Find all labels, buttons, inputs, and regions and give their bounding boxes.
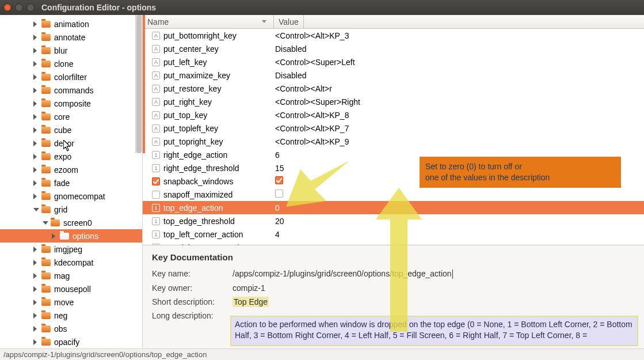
sidebar-item-label: obs: [54, 324, 67, 334]
chevron-right-icon[interactable]: [33, 114, 39, 120]
checkbox-icon[interactable]: [152, 191, 160, 199]
sidebar-item-composite[interactable]: composite: [0, 97, 142, 110]
sidebar-item-label: clone: [54, 59, 73, 69]
sidebar-item-label: options: [73, 232, 98, 241]
sidebar-item-neg[interactable]: neg: [0, 309, 142, 322]
close-icon[interactable]: [3, 3, 12, 12]
sidebar-item-label: core: [54, 112, 70, 122]
folder-icon: [41, 166, 51, 173]
chevron-right-icon[interactable]: [33, 141, 39, 146]
sidebar-tree[interactable]: animationannotateblurclonecolorfiltercom…: [0, 15, 143, 348]
sidebar-item-label: ezoom: [54, 165, 78, 175]
chevron-right-icon[interactable]: [33, 260, 39, 266]
sidebar-scrollbar[interactable]: [135, 15, 142, 153]
chevron-right-icon[interactable]: [33, 326, 39, 332]
sidebar-item-blur[interactable]: blur: [0, 44, 142, 57]
sidebar-item-commands[interactable]: commands: [0, 84, 142, 97]
checkbox-value[interactable]: [275, 176, 283, 184]
key-value[interactable]: <Control><Alt>KP_3: [273, 31, 349, 40]
table-row[interactable]: Aput_topleft_key<Control><Alt>KP_7: [143, 122, 644, 135]
sidebar-item-core[interactable]: core: [0, 110, 142, 123]
string-type-icon: A: [152, 45, 160, 53]
checkbox-icon[interactable]: [152, 177, 160, 185]
chevron-right-icon[interactable]: [33, 247, 39, 252]
sidebar-item-obs[interactable]: obs: [0, 322, 142, 335]
sidebar-item-grid[interactable]: grid: [0, 203, 142, 216]
key-name: put_right_key: [163, 97, 273, 107]
sidebar-item-cube[interactable]: cube: [0, 123, 142, 137]
sidebar-item-move[interactable]: move: [0, 295, 142, 309]
column-name[interactable]: Name: [143, 15, 274, 28]
chevron-right-icon[interactable]: [33, 339, 39, 345]
key-value[interactable]: Disabled: [273, 44, 306, 54]
chevron-right-icon[interactable]: [33, 101, 39, 107]
key-value[interactable]: 20: [273, 217, 284, 226]
chevron-right-icon[interactable]: [33, 194, 39, 199]
key-value[interactable]: <Control><Alt>r: [273, 84, 332, 93]
sidebar-item-colorfilter[interactable]: colorfilter: [0, 70, 142, 84]
chevron-right-icon[interactable]: [33, 313, 39, 319]
sidebar-item-imgjpeg[interactable]: imgjpeg: [0, 242, 142, 256]
chevron-right-icon[interactable]: [33, 286, 39, 292]
column-value[interactable]: Value: [274, 15, 304, 28]
table-row[interactable]: Aput_center_keyDisabled: [143, 42, 644, 55]
table-row[interactable]: Aput_topright_key<Control><Alt>KP_9: [143, 135, 644, 148]
chevron-right-icon[interactable]: [33, 74, 39, 80]
checkbox-value[interactable]: [275, 190, 283, 198]
key-value[interactable]: <Control><Alt>KP_7: [273, 124, 349, 133]
folder-icon: [41, 100, 51, 107]
chevron-right-icon[interactable]: [33, 127, 39, 133]
chevron-right-icon[interactable]: [33, 180, 39, 186]
sidebar-item-clone[interactable]: clone: [0, 57, 142, 70]
chevron-down-icon[interactable]: [33, 208, 39, 214]
table-row[interactable]: Aput_maximize_keyDisabled: [143, 69, 644, 82]
chevron-down-icon[interactable]: [43, 221, 48, 227]
longdesc-label: Long description:: [152, 311, 233, 320]
chevron-right-icon[interactable]: [33, 273, 39, 279]
key-value[interactable]: 15: [273, 164, 284, 173]
folder-icon: [41, 206, 51, 213]
maximize-icon[interactable]: [26, 3, 35, 12]
folder-icon: [41, 87, 51, 94]
chevron-right-icon[interactable]: [33, 88, 39, 93]
table-row[interactable]: Aput_bottomright_key<Control><Alt>KP_3: [143, 29, 644, 42]
chevron-right-icon[interactable]: [33, 35, 39, 40]
integer-type-icon: 1: [152, 217, 160, 225]
key-value[interactable]: <Control><Alt>KP_9: [273, 137, 349, 146]
sidebar-item-kdecompat[interactable]: kdecompat: [0, 256, 142, 269]
integer-type-icon: 1: [152, 164, 160, 172]
key-value[interactable]: Disabled: [273, 71, 306, 80]
chevron-right-icon[interactable]: [33, 61, 39, 67]
folder-icon: [51, 219, 60, 226]
table-header[interactable]: Name Value: [143, 15, 644, 29]
sidebar-item-animation[interactable]: animation: [0, 17, 142, 31]
chevron-right-icon[interactable]: [33, 154, 39, 160]
sidebar-item-options[interactable]: options: [0, 229, 142, 242]
table-row[interactable]: Aput_left_key<Control><Super>Left: [143, 55, 644, 69]
sidebar-item-ezoom[interactable]: ezoom: [0, 163, 142, 176]
chevron-right-icon[interactable]: [52, 233, 58, 239]
sidebar-item-screen0[interactable]: screen0: [0, 216, 142, 229]
key-value[interactable]: <Control><Alt>KP_8: [273, 111, 349, 120]
key-value[interactable]: <Control><Super>Left: [273, 58, 355, 67]
chevron-right-icon[interactable]: [33, 300, 39, 305]
sidebar-item-mag[interactable]: mag: [0, 269, 142, 282]
sidebar-item-fade[interactable]: fade: [0, 176, 142, 190]
sidebar-item-label: blur: [54, 46, 67, 55]
minimize-icon[interactable]: [15, 3, 23, 12]
sidebar-item-annotate[interactable]: annotate: [0, 31, 142, 44]
key-value[interactable]: 6: [273, 150, 280, 160]
table-row[interactable]: Aput_restore_key<Control><Alt>r: [143, 82, 644, 95]
chevron-right-icon[interactable]: [33, 48, 39, 54]
table-row[interactable]: Aput_top_key<Control><Alt>KP_8: [143, 108, 644, 122]
sidebar-item-mousepoll[interactable]: mousepoll: [0, 282, 142, 295]
key-value[interactable]: <Control><Super>Right: [273, 97, 360, 107]
sidebar-item-label: cube: [54, 126, 71, 135]
sidebar-item-gnomecompat[interactable]: gnomecompat: [0, 190, 142, 203]
chevron-right-icon[interactable]: [33, 21, 39, 27]
table-row[interactable]: Aput_right_key<Control><Super>Right: [143, 95, 644, 108]
sidebar-item-opacify[interactable]: opacify: [0, 335, 142, 348]
chevron-right-icon[interactable]: [33, 167, 39, 173]
key-value[interactable]: 0: [273, 203, 280, 213]
key-value[interactable]: 4: [273, 230, 280, 239]
